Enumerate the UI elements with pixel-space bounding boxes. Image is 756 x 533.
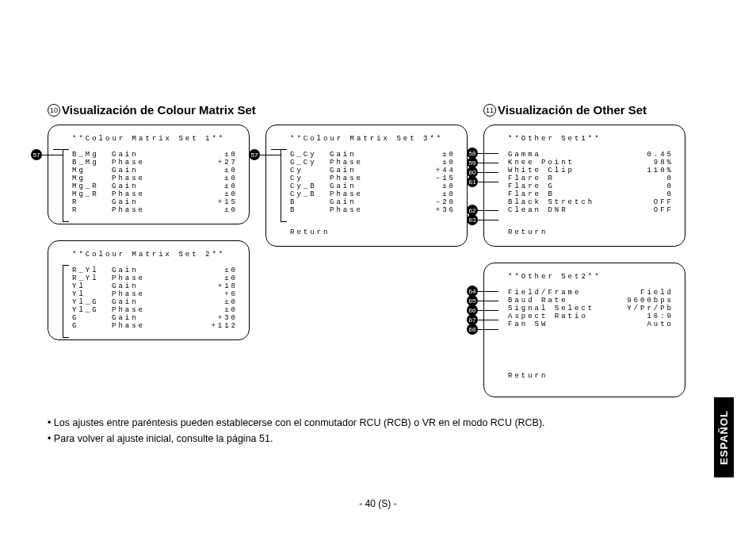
setting-row: R_YlGain±0 (72, 266, 238, 274)
panel-rows: B_MgGain±0B_MgPhase+27MgGain±0MgPhase±0M… (72, 151, 238, 214)
setting-label: Mg (72, 174, 112, 182)
setting-value: ±0 (175, 190, 238, 198)
setting-label: G_Cy (290, 159, 330, 167)
setting-row: B_MgGain±0 (72, 151, 238, 159)
panel-rows: Gamma0.45Knee Point98%White Clip110%Flar… (508, 151, 674, 214)
setting-row: MgGain±0 (72, 167, 238, 174)
setting-param: Phase (330, 159, 393, 167)
setting-label: Gamma (508, 151, 619, 159)
marker-57-cm3: 57 (249, 149, 281, 160)
panels-container: 57 **Colour Matrix Set 1** B_MgGain±0B_M… (48, 125, 708, 397)
column-3: **Other Set1** Gamma0.45Knee Point98%Whi… (483, 125, 685, 397)
setting-param: Gain (112, 266, 175, 274)
setting-row: Yl_GGain±0 (72, 298, 238, 306)
setting-value: +18 (175, 282, 238, 290)
panel-title: **Other Set2** (508, 273, 674, 281)
heading-colour-matrix: 10 Visualización de Colour Matrix Set (48, 103, 483, 117)
group-bar-cm1 (63, 149, 63, 222)
setting-param: Phase (330, 206, 393, 214)
setting-row: White Clip110% (508, 167, 674, 174)
column-2: 57 **Colour Matrix Set 3** G_CyGain±0G_C… (265, 125, 468, 397)
setting-param: Gain (330, 151, 393, 159)
column-1: 57 **Colour Matrix Set 1** B_MgGain±0B_M… (48, 125, 250, 397)
setting-value: ±0 (175, 167, 238, 174)
panel-rows: Field/FrameFieldBaud Rate9600bpsSignal S… (508, 289, 674, 328)
setting-label: Signal Select (508, 305, 619, 313)
setting-row: Yl_GPhase±0 (72, 306, 238, 314)
setting-label: Baud Rate (508, 297, 619, 305)
panel-rows: G_CyGain±0G_CyPhase±0CyGain+44CyPhase–15… (290, 151, 456, 214)
setting-value: 98% (619, 159, 674, 167)
setting-value: 16:9 (619, 313, 674, 320)
setting-value: ±0 (393, 182, 456, 190)
setting-value: ±0 (175, 151, 238, 159)
setting-label: B_Mg (72, 159, 112, 167)
setting-value: 0 (619, 182, 674, 190)
setting-label: Clean DNR (508, 206, 619, 214)
setting-label: Aspect Ratio (508, 313, 619, 320)
setting-label: B_Mg (72, 151, 112, 159)
setting-param: Gain (112, 182, 175, 190)
notes: • Los ajustes entre paréntesis pueden es… (48, 415, 708, 447)
setting-value: 110% (619, 167, 674, 174)
setting-label: Fan SW (508, 320, 619, 328)
setting-label: White Clip (508, 167, 619, 174)
setting-param: Phase (112, 206, 175, 214)
setting-row: GGain+30 (72, 314, 238, 322)
setting-value: ±0 (175, 274, 238, 282)
setting-row: Mg_RPhase±0 (72, 190, 238, 198)
setting-param: Phase (330, 190, 393, 198)
heading-other-set: 11 Visualización de Other Set (483, 103, 647, 117)
setting-value: ±0 (175, 298, 238, 306)
setting-param: Phase (112, 159, 175, 167)
setting-label: G (72, 314, 112, 322)
setting-label: Black Stretch (508, 198, 619, 206)
setting-row: Field/FrameField (508, 289, 674, 297)
setting-row: Cy_BGain±0 (290, 182, 456, 190)
setting-label: R (72, 198, 112, 206)
setting-value: ±0 (393, 151, 456, 159)
heading-number-11: 11 (483, 104, 496, 117)
setting-value: 0 (619, 190, 674, 198)
setting-row: YlPhase+6 (72, 290, 238, 298)
setting-label: Cy_B (290, 182, 330, 190)
setting-value: 0 (619, 174, 674, 182)
setting-value: Field (619, 289, 674, 297)
setting-row: Black StretchOFF (508, 198, 674, 206)
setting-label: G (72, 322, 112, 330)
setting-value: +36 (393, 206, 456, 214)
setting-label: Mg (72, 167, 112, 174)
marker-68: 68 (467, 324, 498, 335)
setting-row: Flare G0 (508, 182, 674, 190)
setting-param: Phase (112, 190, 175, 198)
setting-row: Gamma0.45 (508, 151, 674, 159)
setting-value: Y/Pr/Pb (619, 305, 674, 313)
setting-value: +112 (175, 322, 238, 330)
setting-row: RPhase±0 (72, 206, 238, 214)
setting-value: ±0 (393, 159, 456, 167)
page-footer: - 40 (S) - (0, 498, 756, 509)
setting-value: +30 (175, 314, 238, 322)
setting-label: Yl_G (72, 298, 112, 306)
setting-value: +44 (393, 167, 456, 174)
panel-title: **Colour Matrix Set 2** (72, 251, 238, 259)
setting-value: –20 (393, 198, 456, 206)
setting-value: +15 (175, 198, 238, 206)
setting-label: Yl (72, 282, 112, 290)
setting-label: Field/Frame (508, 289, 619, 297)
setting-label: G_Cy (290, 151, 330, 159)
panel-colour-matrix-2: **Colour Matrix Set 2** R_YlGain±0R_YlPh… (48, 240, 250, 340)
return-label: Return (508, 372, 674, 380)
setting-param: Gain (112, 298, 175, 306)
setting-param: Gain (112, 282, 175, 290)
language-tab: ESPAÑOL (714, 397, 734, 477)
setting-param: Gain (330, 182, 393, 190)
setting-row: CyPhase–15 (290, 174, 456, 182)
setting-row: Flare B0 (508, 190, 674, 198)
setting-row: CyGain+44 (290, 167, 456, 174)
setting-value: OFF (619, 206, 674, 214)
setting-param: Phase (330, 174, 393, 182)
heading-text-left: Visualización de Colour Matrix Set (62, 103, 256, 117)
setting-label: B (290, 198, 330, 206)
return-label: Return (290, 228, 456, 236)
